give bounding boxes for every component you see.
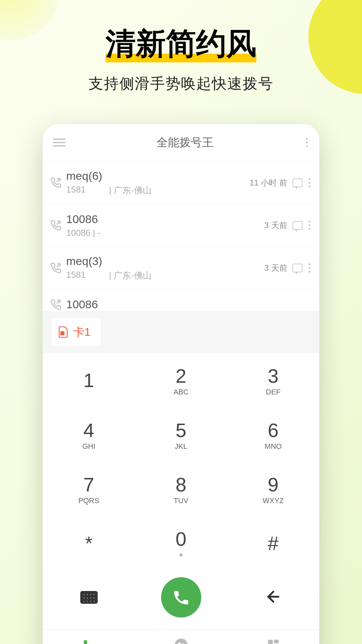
key-0[interactable]: 0+ <box>135 516 227 571</box>
message-icon[interactable] <box>293 178 303 187</box>
call-number: 1581 <box>66 270 86 281</box>
dial-action-row <box>43 571 319 630</box>
key-star[interactable]: * <box>43 516 135 571</box>
key-4[interactable]: 4GHI <box>43 408 135 462</box>
contacts-icon <box>174 638 188 644</box>
key-2[interactable]: 2ABC <box>135 353 227 408</box>
sim-icon <box>58 326 68 338</box>
call-time: 3 天前 <box>264 263 287 273</box>
dial-keypad: 1 2ABC 3DEF 4GHI 5JKL 6MNO 7PQRS 8TUV 9W… <box>43 353 319 571</box>
key-6[interactable]: 6MNO <box>227 408 319 462</box>
app-header: 全能拨号王 <box>43 124 319 161</box>
message-icon[interactable] <box>293 221 303 230</box>
phone-frame: 全能拨号王 meq(6) 1581 | 广东-佛山 11 小时 前 <box>43 124 319 644</box>
call-log-item[interactable]: 10086 10086 | - 3 天前 <box>43 204 319 246</box>
item-more-icon[interactable] <box>307 219 312 231</box>
key-7[interactable]: 7PQRS <box>43 462 135 516</box>
call-log-item[interactable]: 10086 <box>43 289 319 311</box>
grid-icon <box>266 638 280 644</box>
svg-rect-1 <box>63 332 64 333</box>
key-8[interactable]: 8TUV <box>135 462 227 516</box>
key-3[interactable]: 3DEF <box>227 353 319 408</box>
phone-icon <box>82 638 96 644</box>
app-title: 全能拨号王 <box>66 135 305 150</box>
key-5[interactable]: 5JKL <box>135 408 227 462</box>
call-log-item[interactable]: meq(3) 1581 | 广东-佛山 3 天前 <box>43 246 319 289</box>
call-contact-name: 10086 <box>66 298 312 311</box>
call-time: 11 小时 前 <box>249 177 287 188</box>
svg-point-4 <box>175 638 188 644</box>
headline-subtitle: 支持侧滑手势唤起快速拨号 <box>0 74 362 94</box>
headline-title: 清新简约风 <box>106 23 256 64</box>
call-time: 3 天前 <box>264 220 287 231</box>
sim-chip[interactable]: 卡1 <box>52 318 101 346</box>
call-number: 1581 <box>66 184 86 196</box>
svg-rect-7 <box>268 640 273 644</box>
outgoing-call-icon <box>50 220 62 231</box>
call-location: | 广东-佛山 <box>109 270 152 281</box>
svg-rect-8 <box>274 640 279 643</box>
item-more-icon[interactable] <box>307 262 312 274</box>
svg-rect-3 <box>63 334 64 335</box>
outgoing-call-icon <box>50 177 62 189</box>
keyboard-icon[interactable] <box>80 591 98 604</box>
bottom-nav: 电话 联系人 更多功能 <box>43 630 319 644</box>
key-1[interactable]: 1 <box>43 353 135 408</box>
nav-contacts[interactable]: 联系人 <box>135 630 227 644</box>
outgoing-call-icon <box>50 262 62 274</box>
nav-phone[interactable]: 电话 <box>43 630 135 644</box>
call-log-list: meq(6) 1581 | 广东-佛山 11 小时 前 10086 10086 … <box>43 161 319 311</box>
call-number: 10086 | - <box>66 228 101 238</box>
svg-rect-2 <box>61 334 62 335</box>
sim-selector-bar: 卡1 <box>43 311 319 353</box>
call-contact-name: 10086 <box>66 213 264 226</box>
svg-rect-0 <box>61 332 62 333</box>
call-log-item[interactable]: meq(6) 1581 | 广东-佛山 11 小时 前 <box>43 161 319 204</box>
call-button[interactable] <box>161 577 201 618</box>
call-location: | 广东-佛山 <box>109 184 152 196</box>
key-9[interactable]: 9WXYZ <box>227 462 319 516</box>
call-contact-name: meq(6) <box>66 169 250 182</box>
outgoing-call-icon <box>50 299 62 310</box>
call-contact-name: meq(3) <box>66 255 264 268</box>
nav-more[interactable]: 更多功能 <box>227 630 319 644</box>
message-icon[interactable] <box>293 264 303 272</box>
sim-label: 卡1 <box>73 324 91 340</box>
more-options-icon[interactable] <box>305 137 309 149</box>
item-more-icon[interactable] <box>307 177 312 189</box>
backspace-icon[interactable] <box>264 588 282 607</box>
hamburger-icon[interactable] <box>53 139 66 147</box>
key-hash[interactable]: # <box>227 516 319 571</box>
